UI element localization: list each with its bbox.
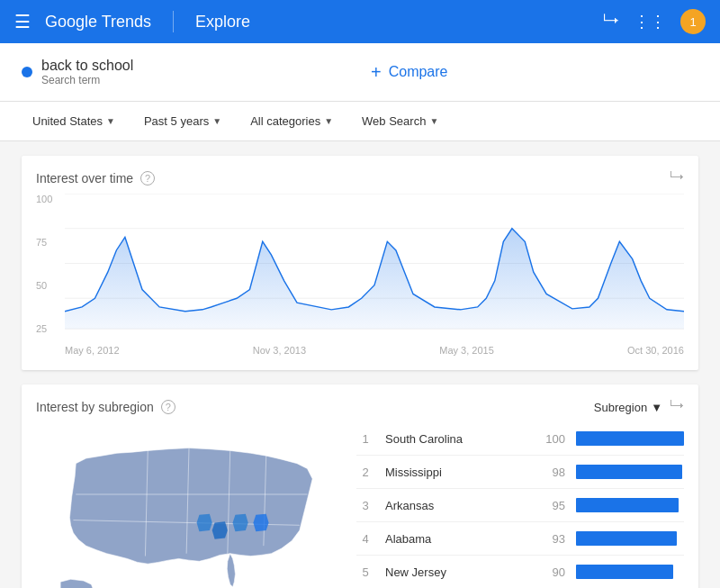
us-map <box>36 422 342 588</box>
x-axis-labels: May 6, 2012 Nov 3, 2013 May 3, 2015 Oct … <box>65 345 684 356</box>
apps-icon[interactable]: ⋮⋮ <box>634 12 666 32</box>
chart-area: 100 75 50 25 <box>36 194 684 356</box>
app-header: ☰ Google Trends Explore ⮡ ⋮⋮ 1 <box>0 0 720 43</box>
region-name-1[interactable]: South Carolina <box>385 432 526 446</box>
filter-category-label: All categories <box>250 114 320 128</box>
filters-bar: United States ▼ Past 5 years ▼ All categ… <box>0 102 720 141</box>
y-axis-labels: 100 75 50 25 <box>36 194 65 334</box>
region-item-2: 2 Mississippi 98 <box>356 456 684 489</box>
region-item-5: 5 New Jersey 90 <box>356 556 684 588</box>
y-label-100: 100 <box>36 194 65 204</box>
filter-time-arrow: ▼ <box>212 116 221 126</box>
trend-chart <box>65 194 684 333</box>
region-rank-1: 1 <box>356 432 374 446</box>
filter-region-arrow: ▼ <box>106 116 115 126</box>
share-icon[interactable]: ⮡ <box>603 13 619 32</box>
filter-type-label: Web Search <box>362 114 426 128</box>
us-map-area <box>36 422 342 588</box>
filter-time[interactable]: Past 5 years ▼ <box>133 109 232 133</box>
header-icons: ⮡ ⋮⋮ 1 <box>603 9 706 34</box>
x-label-1: Nov 3, 2013 <box>253 345 306 356</box>
region-score-1: 100 <box>536 432 565 446</box>
subregion-controls: Subregion ▼ ⮡ <box>594 399 684 415</box>
main-content: Interest over time ? ⮡ 100 75 50 25 <box>0 141 720 588</box>
region-rank-5: 5 <box>356 565 374 579</box>
subregion-dropdown-button[interactable]: Subregion ▼ <box>594 401 662 414</box>
share-icon-time[interactable]: ⮡ <box>670 170 684 186</box>
interest-over-time-title: Interest over time <box>36 171 133 185</box>
search-term-text: back to school Search term <box>41 58 133 86</box>
search-term-sublabel: Search term <box>41 74 133 86</box>
region-bar-4 <box>576 531 677 546</box>
header-divider <box>173 11 174 32</box>
region-score-3: 95 <box>536 499 565 512</box>
region-bar-container-1 <box>576 431 684 446</box>
filter-time-label: Past 5 years <box>144 114 209 128</box>
region-bar-1 <box>576 431 684 446</box>
app-logo: Google Trends <box>45 13 151 32</box>
region-bar-2 <box>576 465 682 479</box>
card-header-time: Interest over time ? ⮡ <box>36 170 684 186</box>
region-bar-5 <box>576 565 673 579</box>
filter-type[interactable]: Web Search ▼ <box>351 109 449 133</box>
region-name-2[interactable]: Mississippi <box>385 466 526 479</box>
x-label-2: May 3, 2015 <box>439 345 494 356</box>
region-name-3[interactable]: Arkansas <box>385 499 526 512</box>
region-item-4: 4 Alabama 93 <box>356 522 684 556</box>
region-bar-container-3 <box>576 498 684 512</box>
region-name-4[interactable]: Alabama <box>385 532 526 546</box>
region-name-5[interactable]: New Jersey <box>385 565 526 579</box>
filter-region-label: United States <box>32 114 103 128</box>
interest-by-subregion-card: Interest by subregion ? Subregion ▼ ⮡ <box>22 384 698 588</box>
region-rank-3: 3 <box>356 499 374 512</box>
region-bar-container-5 <box>576 565 684 579</box>
region-bar-container-4 <box>576 531 684 546</box>
region-item-1: 1 South Carolina 100 <box>356 422 684 456</box>
search-dot-icon <box>22 67 32 77</box>
section-label: Explore <box>195 13 250 32</box>
interest-over-time-card: Interest over time ? ⮡ 100 75 50 25 <box>22 156 698 370</box>
menu-icon[interactable]: ☰ <box>14 11 31 32</box>
subregion-content: 1 South Carolina 100 2 Mississippi 98 <box>36 422 684 588</box>
share-icon-subregion[interactable]: ⮡ <box>670 399 684 415</box>
region-bar-3 <box>576 498 679 512</box>
region-list: 1 South Carolina 100 2 Mississippi 98 <box>356 422 684 588</box>
filter-region[interactable]: United States ▼ <box>22 109 126 133</box>
y-label-50: 50 <box>36 280 65 291</box>
user-avatar[interactable]: 1 <box>680 9 706 34</box>
region-score-4: 93 <box>536 532 565 546</box>
region-bar-container-2 <box>576 465 684 479</box>
region-score-2: 98 <box>536 466 565 479</box>
help-icon-subregion[interactable]: ? <box>161 400 176 414</box>
compare-label: Compare <box>389 64 448 80</box>
compare-plus-icon: + <box>371 62 382 83</box>
x-label-3: Oct 30, 2016 <box>627 345 684 356</box>
card-header-subregion: Interest by subregion ? Subregion ▼ ⮡ <box>36 399 684 415</box>
filter-type-arrow: ▼ <box>429 116 438 126</box>
subregion-dropdown-label: Subregion <box>594 401 647 414</box>
subregion-dropdown-arrow: ▼ <box>651 401 662 414</box>
y-label-75: 75 <box>36 237 65 248</box>
region-rank-2: 2 <box>356 466 374 479</box>
search-area: back to school Search term + Compare <box>0 43 720 102</box>
region-item-3: 3 Arkansas 95 <box>356 489 684 522</box>
region-score-5: 90 <box>536 565 565 579</box>
help-icon-time[interactable]: ? <box>140 171 155 185</box>
compare-button[interactable]: + Compare <box>356 62 698 83</box>
x-label-0: May 6, 2012 <box>65 345 120 356</box>
search-term-label: back to school <box>41 58 133 74</box>
y-label-25: 25 <box>36 323 65 334</box>
filter-category-arrow: ▼ <box>324 116 333 126</box>
subregion-title: Interest by subregion <box>36 400 154 414</box>
search-term-box[interactable]: back to school Search term <box>22 58 335 86</box>
filter-category[interactable]: All categories ▼ <box>239 109 344 133</box>
region-rank-4: 4 <box>356 532 374 546</box>
